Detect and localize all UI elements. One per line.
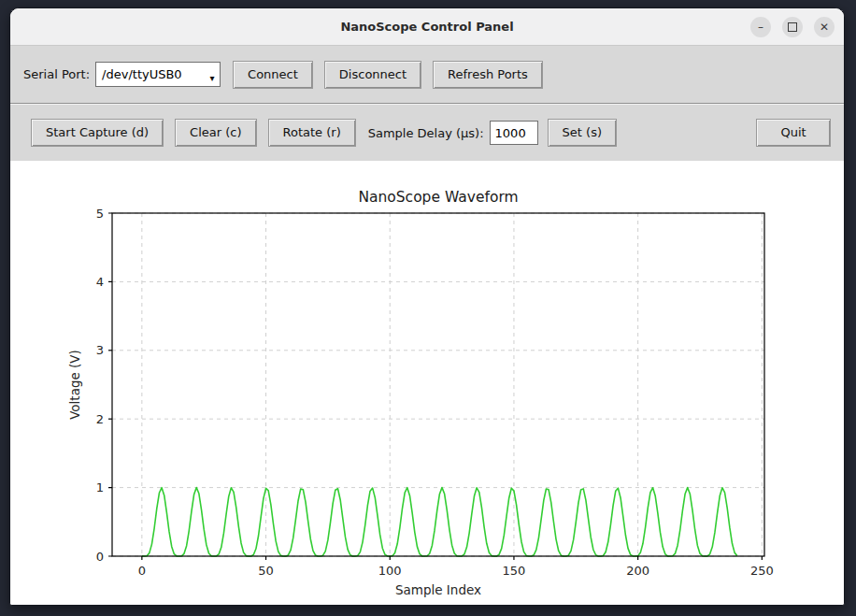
disconnect-button[interactable]: Disconnect [324, 61, 421, 89]
chevron-down-icon[interactable]: ▾ [205, 73, 220, 86]
chart-area: 050100150200250012345NanoScope WaveformS… [10, 161, 844, 606]
window-controls: – ✕ [750, 17, 844, 37]
serial-port-value: /dev/ttyUSB0 [96, 67, 205, 81]
maximize-button[interactable] [782, 17, 803, 37]
connection-toolbar: Serial Port: /dev/ttyUSB0 ▾ Connect Disc… [10, 46, 844, 104]
minimize-button[interactable]: – [750, 17, 771, 37]
waveform-chart: 050100150200250012345NanoScope WaveformS… [10, 161, 845, 606]
y-tick-label: 4 [96, 275, 104, 289]
sample-delay-input[interactable] [490, 121, 538, 145]
minimize-icon: – [758, 21, 763, 33]
rotate-button[interactable]: Rotate (r) [268, 119, 356, 147]
app-window: NanoScope Control Panel – ✕ Serial Port:… [9, 7, 845, 606]
x-tick-label: 100 [378, 564, 402, 578]
titlebar[interactable]: NanoScope Control Panel – ✕ [10, 8, 844, 46]
y-tick-label: 0 [96, 550, 104, 564]
serial-port-label: Serial Port: [23, 67, 90, 81]
y-tick-label: 3 [96, 343, 104, 357]
y-tick-label: 1 [96, 480, 104, 494]
y-tick-label: 2 [96, 412, 104, 426]
start-capture-button[interactable]: Start Capture (d) [31, 119, 164, 147]
chart-title: NanoScope Waveform [358, 189, 518, 206]
connect-button[interactable]: Connect [233, 61, 313, 89]
close-button[interactable]: ✕ [814, 17, 835, 37]
set-button[interactable]: Set (s) [548, 119, 617, 147]
clear-button[interactable]: Clear (c) [175, 119, 256, 147]
waveform-line [142, 488, 737, 556]
x-tick-label: 200 [626, 564, 649, 578]
x-tick-label: 250 [750, 564, 774, 578]
sample-delay-label: Sample Delay (µs): [368, 126, 484, 140]
x-tick-label: 0 [138, 564, 146, 578]
refresh-ports-button[interactable]: Refresh Ports [433, 61, 543, 89]
window-title: NanoScope Control Panel [10, 20, 844, 34]
y-axis-label: Voltage (V) [67, 350, 82, 420]
close-icon: ✕ [820, 21, 829, 33]
serial-port-combobox[interactable]: /dev/ttyUSB0 ▾ [95, 62, 221, 87]
capture-toolbar: Start Capture (d) Clear (c) Rotate (r) S… [10, 104, 844, 161]
x-axis-label: Sample Index [395, 582, 481, 597]
quit-button[interactable]: Quit [756, 119, 831, 147]
y-tick-label: 5 [96, 207, 104, 221]
maximize-icon [788, 22, 797, 32]
x-tick-label: 50 [258, 564, 274, 578]
x-tick-label: 150 [503, 564, 526, 578]
